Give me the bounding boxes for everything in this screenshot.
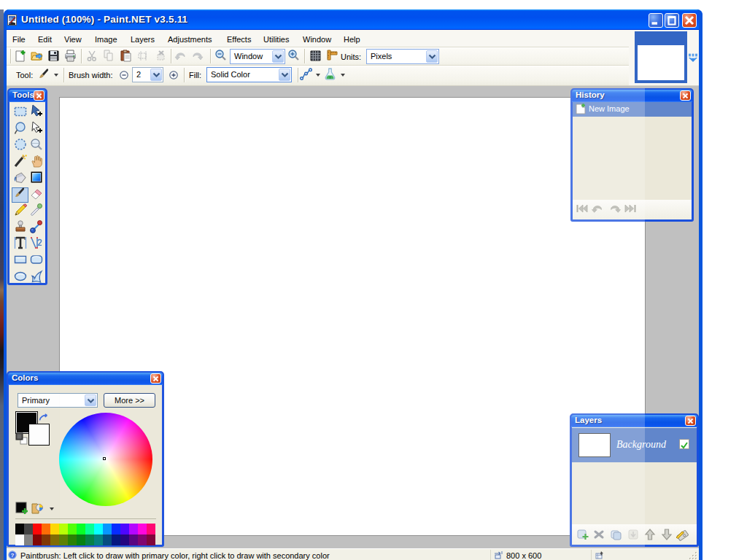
svg-text:?: ?: [11, 552, 15, 559]
